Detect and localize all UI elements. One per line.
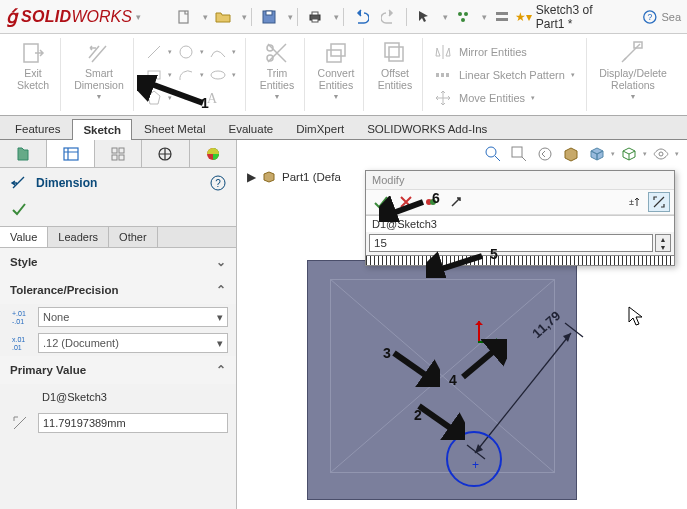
quick-access-toolbar: ▾ ▾ ▾ ▾ ▾ ▾: [171, 5, 515, 29]
dimension-value-icon: [8, 414, 32, 432]
title-bar: ǵ SOLIDWORKS ▾ ▾ ▾ ▾ ▾ ▾ ▾ ★▾ Sketch3 of…: [0, 0, 687, 34]
zoom-fit-icon[interactable]: [481, 142, 505, 166]
svg-rect-31: [119, 148, 124, 153]
save-button[interactable]: [256, 5, 282, 29]
tab-sheetmetal[interactable]: Sheet Metal: [133, 118, 216, 139]
model-face[interactable]: 11,79 +: [307, 260, 577, 500]
chevron-down-icon[interactable]: ▼: [96, 93, 103, 101]
svg-rect-29: [64, 148, 78, 160]
part-name: Part1 (Defa: [282, 171, 341, 183]
modify-cancel-button[interactable]: [395, 192, 417, 212]
tab-features[interactable]: Features: [4, 118, 71, 139]
smart-dimension-button[interactable]: Smart Dimension ▼: [67, 38, 131, 101]
modify-thumbwheel[interactable]: [366, 255, 674, 265]
text-tool-button[interactable]: A: [200, 87, 224, 109]
convert-entities-button[interactable]: Convert Entities ▼: [311, 38, 361, 101]
svg-rect-30: [112, 148, 117, 153]
modify-spin-increment-button[interactable]: ±: [623, 192, 645, 212]
modify-thumbwheel-button[interactable]: [648, 192, 670, 212]
pm-tab-display[interactable]: [190, 140, 236, 167]
pm-ok-button[interactable]: [0, 198, 236, 226]
star-icon[interactable]: ★▾: [515, 10, 532, 24]
svg-text:?: ?: [647, 12, 652, 22]
open-doc-button[interactable]: [210, 5, 236, 29]
mirror-entities-button[interactable]: [431, 41, 455, 63]
svg-point-54: [430, 199, 436, 205]
pm-tab-property[interactable]: [47, 140, 94, 167]
select-button[interactable]: [411, 5, 437, 29]
pm-title: Dimension: [36, 176, 202, 190]
logo-chevron-icon[interactable]: ▾: [136, 12, 141, 22]
expand-icon[interactable]: ▶: [247, 170, 256, 184]
redo-button[interactable]: [376, 5, 402, 29]
display-style-icon[interactable]: [617, 142, 641, 166]
print-button[interactable]: [302, 5, 328, 29]
pm-tolprec-header[interactable]: Tolerance/Precision⌃: [0, 276, 236, 304]
svg-marker-51: [563, 333, 571, 342]
svg-rect-26: [441, 73, 444, 77]
arc-tool-button[interactable]: [174, 64, 198, 86]
circle-center-icon: +: [472, 458, 479, 472]
offset-entities-button[interactable]: Offset Entities: [370, 38, 420, 91]
pm-help-icon[interactable]: ?: [210, 175, 226, 191]
rect-tool-button[interactable]: [142, 64, 166, 86]
linear-pattern-button[interactable]: [431, 64, 455, 86]
pm-tab-feature-tree[interactable]: [0, 140, 47, 167]
new-doc-button[interactable]: [171, 5, 197, 29]
display-relations-button[interactable]: Display/Delete Relations ▼: [593, 38, 673, 101]
modify-dialog[interactable]: Modify ± D1@Sketch3 15 ▲▼: [365, 170, 675, 266]
tab-addins[interactable]: SOLIDWORKS Add-Ins: [356, 118, 498, 139]
dimension-icon: [10, 174, 28, 192]
property-manager: Dimension ? Value Leaders Other Style⌄ T…: [0, 140, 237, 509]
tolerance-select[interactable]: None▾: [38, 307, 228, 327]
tab-dimxpert[interactable]: DimXpert: [285, 118, 355, 139]
point-tool-button[interactable]: [174, 87, 198, 109]
modify-ok-button[interactable]: [370, 192, 392, 212]
modify-reverse-button[interactable]: [445, 192, 467, 212]
pm-tab-dimxpert[interactable]: [142, 140, 189, 167]
flyout-feature-tree[interactable]: ▶ Part1 (Defa: [247, 170, 341, 184]
modify-name-field[interactable]: D1@Sketch3: [366, 215, 674, 232]
move-entities-button[interactable]: [431, 87, 455, 109]
pm-primary-header[interactable]: Primary Value⌃: [0, 356, 236, 384]
pm-subtab-leaders[interactable]: Leaders: [48, 227, 109, 247]
graphics-area[interactable]: ▾ ▾ ▾ ▶ Part1 (Defa 11,79 +: [237, 140, 687, 509]
tab-evaluate[interactable]: Evaluate: [217, 118, 284, 139]
tab-sketch[interactable]: Sketch: [72, 119, 132, 140]
zoom-area-icon[interactable]: [507, 142, 531, 166]
pm-subtab-value[interactable]: Value: [0, 227, 48, 247]
section-view-icon[interactable]: [559, 142, 583, 166]
hide-show-icon[interactable]: [649, 142, 673, 166]
svg-text:?: ?: [215, 178, 221, 189]
svg-text:-.01: -.01: [12, 318, 24, 325]
svg-text:+.01: +.01: [12, 310, 26, 317]
help-icon[interactable]: ?: [642, 8, 658, 26]
spin-down-icon[interactable]: ▼: [656, 243, 670, 251]
spin-up-icon[interactable]: ▲: [656, 235, 670, 243]
circle-tool-button[interactable]: [174, 41, 198, 63]
ellipse-tool-button[interactable]: [206, 64, 230, 86]
pm-tab-config[interactable]: [95, 140, 142, 167]
svg-rect-10: [496, 18, 508, 21]
trim-entities-button[interactable]: Trim Entities ▼: [252, 38, 302, 101]
spline-tool-button[interactable]: [206, 41, 230, 63]
precision-icon: x.01.01: [8, 334, 32, 352]
exit-sketch-button[interactable]: Exit Sketch: [8, 38, 58, 91]
modify-rebuild-button[interactable]: [420, 192, 442, 212]
modify-value-input[interactable]: 15: [369, 234, 653, 252]
options-button[interactable]: [489, 5, 515, 29]
view-orient-icon[interactable]: [585, 142, 609, 166]
precision-select[interactable]: .12 (Document)▾: [38, 333, 228, 353]
svg-point-16: [211, 71, 225, 79]
pm-style-header[interactable]: Style⌄: [0, 248, 236, 276]
polygon-tool-button[interactable]: [142, 87, 166, 109]
pm-header: Dimension ?: [0, 168, 236, 198]
svg-point-8: [461, 18, 465, 22]
pm-subtab-other[interactable]: Other: [109, 227, 158, 247]
primary-value-input[interactable]: 11.79197389mm: [38, 413, 228, 433]
undo-button[interactable]: [348, 5, 374, 29]
line-tool-button[interactable]: [142, 41, 166, 63]
rebuild-button[interactable]: [450, 5, 476, 29]
prev-view-icon[interactable]: [533, 142, 557, 166]
modify-spinner[interactable]: ▲▼: [655, 234, 671, 252]
